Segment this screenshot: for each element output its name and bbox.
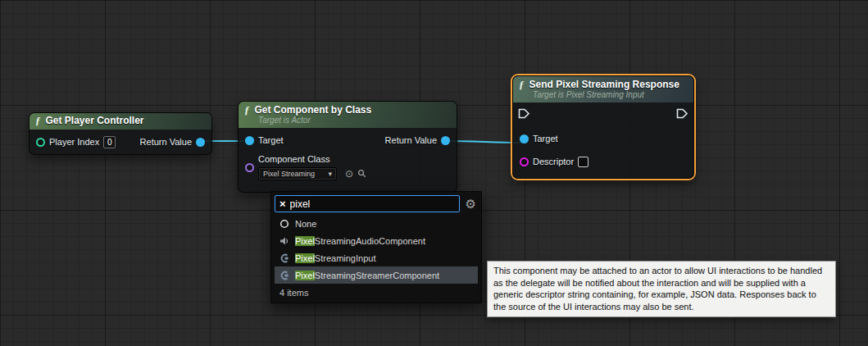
- wire-returnvalue-to-target[interactable]: [446, 141, 523, 143]
- class-name: PixelStreamingAudioComponent: [295, 236, 425, 246]
- target-label: Target: [258, 135, 284, 145]
- item-count: 4 items: [275, 284, 478, 301]
- use-selected-icon[interactable]: ⊙: [345, 169, 353, 179]
- function-icon: ƒ: [35, 116, 41, 125]
- descriptor-input[interactable]: [578, 157, 589, 167]
- class-picker-item-streamer-component[interactable]: PixelStreamingStreamerComponent: [275, 266, 478, 284]
- return-value-pin[interactable]: [441, 136, 450, 145]
- function-icon: ƒ: [244, 105, 250, 115]
- node-header: ƒ Get Component by Class Target is Actor: [239, 102, 457, 128]
- browse-icon[interactable]: [357, 166, 366, 181]
- component-class-label: Component Class: [258, 154, 366, 164]
- audio-component-icon: [279, 236, 290, 246]
- class-picker-item-input[interactable]: PixelStreamingInput: [275, 249, 478, 266]
- node-send-pixel-streaming-response[interactable]: ƒ Send Pixel Streaming Response Target i…: [512, 75, 694, 179]
- exec-out-pin[interactable]: [676, 107, 688, 122]
- node-header: ƒ Send Pixel Streaming Response Target i…: [513, 76, 693, 102]
- pin-row: Target Return Value: [239, 128, 457, 153]
- none-icon: [279, 219, 290, 229]
- target-pin[interactable]: [245, 136, 254, 145]
- class-name: PixelStreamingInput: [295, 253, 375, 263]
- pin-row: Target: [513, 127, 693, 150]
- class-picker-popup: × ⚙ None PixelStreamingAudioComponent: [270, 191, 482, 303]
- node-title: Send Pixel Streaming Response: [529, 79, 679, 90]
- component-class-row: Component Class Pixel Streaming ▾ ⊙: [239, 154, 457, 181]
- node-get-component-by-class[interactable]: ƒ Get Component by Class Target is Actor…: [238, 101, 457, 193]
- class-name: PixelStreamingStreamerComponent: [295, 271, 439, 280]
- node-subtitle: Target is Pixel Streaming Input: [533, 90, 687, 99]
- player-index-label: Player Index: [49, 137, 99, 147]
- node-title: Get Player Controller: [46, 115, 144, 126]
- target-label: Target: [533, 134, 558, 143]
- player-index-pin[interactable]: [36, 138, 45, 147]
- pin-row: Descriptor: [513, 150, 693, 173]
- exec-in-pin[interactable]: [518, 107, 530, 122]
- node-header: ƒ Get Player Controller: [30, 113, 211, 130]
- class-search-input[interactable]: [290, 198, 455, 210]
- exec-pin-row: [513, 102, 693, 127]
- node-subtitle: Target is Actor: [258, 116, 450, 125]
- function-icon: ƒ: [519, 80, 525, 89]
- chevron-down-icon: ▾: [328, 170, 332, 178]
- node-title: Get Component by Class: [255, 104, 372, 116]
- clear-search-icon[interactable]: ×: [279, 198, 286, 209]
- search-box[interactable]: ×: [275, 195, 460, 212]
- class-picker-item-audio-component[interactable]: PixelStreamingAudioComponent: [275, 232, 478, 249]
- pin-row: Player Index 0 Return Value: [30, 130, 211, 154]
- component-icon: [279, 253, 290, 263]
- return-value-label: Return Value: [385, 135, 437, 145]
- component-class-pin[interactable]: [245, 163, 254, 172]
- class-name: None: [295, 219, 316, 229]
- blueprint-graph[interactable]: ƒ Get Player Controller Player Index 0 R…: [0, 0, 868, 346]
- descriptor-label: Descriptor: [533, 157, 574, 166]
- component-class-value: Pixel Streaming: [263, 170, 324, 178]
- return-value-label: Return Value: [140, 137, 192, 147]
- target-pin[interactable]: [520, 134, 529, 143]
- return-value-pin[interactable]: [196, 138, 205, 147]
- component-description-tooltip: This component may be attached to an act…: [487, 261, 836, 317]
- node-get-player-controller[interactable]: ƒ Get Player Controller Player Index 0 R…: [29, 112, 212, 155]
- class-picker-item-none[interactable]: None: [275, 215, 478, 232]
- descriptor-pin[interactable]: [520, 157, 529, 166]
- gear-icon[interactable]: ⚙: [466, 198, 476, 210]
- component-icon: [279, 271, 290, 280]
- class-picker-search-row: × ⚙: [275, 195, 478, 212]
- player-index-input[interactable]: 0: [103, 136, 116, 148]
- component-class-dropdown[interactable]: Pixel Streaming ▾: [258, 167, 337, 180]
